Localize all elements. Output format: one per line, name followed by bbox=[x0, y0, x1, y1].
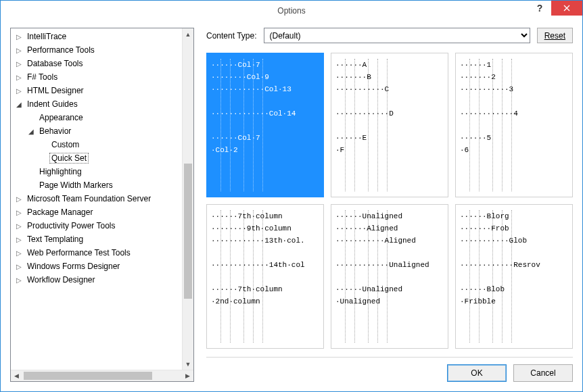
tree-item[interactable]: ◢Behavior bbox=[25, 124, 182, 138]
tree-item[interactable]: ▷Workflow Designer bbox=[13, 273, 182, 287]
tree-item[interactable]: ▷IntelliTrace bbox=[13, 30, 182, 43]
cancel-button[interactable]: Cancel bbox=[513, 364, 573, 382]
window-title: Options bbox=[1, 6, 582, 16]
tree-item-label: Database Tools bbox=[25, 58, 85, 69]
content-type-select[interactable]: (Default) bbox=[264, 28, 530, 43]
chevron-right-icon: ▷ bbox=[14, 59, 24, 68]
indent-guide bbox=[253, 210, 254, 343]
chevron-right-icon: ▷ bbox=[14, 72, 24, 82]
chevron-right-icon: ▷ bbox=[14, 194, 24, 203]
tree-item[interactable]: ▷F# Tools bbox=[13, 70, 182, 84]
tree-item[interactable]: Quick Set bbox=[37, 151, 182, 165]
tree-item-label: Performance Tools bbox=[25, 45, 97, 55]
chevron-right-icon bbox=[26, 113, 36, 122]
chevron-right-icon: ▷ bbox=[14, 45, 24, 55]
indent-guide bbox=[345, 210, 346, 343]
indent-guide bbox=[354, 59, 355, 191]
category-tree-panel: ▷IntelliTrace▷Performance Tools▷Database… bbox=[10, 28, 194, 382]
tree-item[interactable]: Custom bbox=[37, 138, 182, 151]
indent-guide bbox=[502, 210, 503, 343]
tree-item[interactable]: ▷Web Performance Test Tools bbox=[13, 246, 182, 260]
scroll-down-button[interactable]: ▼ bbox=[183, 358, 193, 370]
tree-item[interactable]: Page Width Markers bbox=[25, 178, 182, 192]
tree-item-label: Highlighting bbox=[37, 166, 84, 177]
titlebar: Options ? bbox=[1, 1, 582, 21]
reset-button[interactable]: Reset bbox=[537, 28, 573, 43]
chevron-right-icon: ▷ bbox=[14, 262, 24, 271]
tree-item-label: Text Templating bbox=[25, 234, 85, 245]
tree-item-label: Productivity Power Tools bbox=[25, 220, 118, 231]
indent-guide bbox=[377, 210, 378, 343]
chevron-right-icon bbox=[39, 140, 48, 149]
indent-guide bbox=[230, 59, 231, 191]
tree-item[interactable]: ▷Text Templating bbox=[13, 232, 182, 246]
chevron-right-icon: ▷ bbox=[14, 275, 24, 285]
indent-guide bbox=[243, 59, 244, 191]
preview-tile[interactable]: ······A ·······B ···········C ··········… bbox=[331, 53, 448, 197]
tree-item[interactable]: ◢Indent Guides bbox=[13, 97, 182, 111]
category-tree[interactable]: ▷IntelliTrace▷Performance Tools▷Database… bbox=[11, 28, 182, 370]
client-area: ▷IntelliTrace▷Performance Tools▷Database… bbox=[1, 21, 582, 391]
content-type-label: Content Type: bbox=[206, 31, 257, 41]
close-icon bbox=[563, 5, 570, 11]
chevron-right-icon bbox=[26, 167, 36, 176]
preview-grid: ······Col·7 ········Col·9 ············Co… bbox=[206, 53, 573, 349]
indent-guide bbox=[387, 59, 388, 191]
close-button[interactable] bbox=[551, 1, 582, 16]
tree-item-label: Appearance bbox=[37, 112, 85, 123]
tree-item[interactable]: ▷Database Tools bbox=[13, 57, 182, 70]
chevron-down-icon: ◢ bbox=[14, 99, 24, 109]
preview-tile[interactable]: ······Unaligned ·······Aligned ·········… bbox=[331, 204, 448, 349]
help-button[interactable]: ? bbox=[528, 1, 551, 16]
indent-guide bbox=[377, 59, 378, 191]
horizontal-scrollbar[interactable]: ◀ ▶ bbox=[11, 370, 193, 381]
indent-guide bbox=[492, 210, 493, 343]
scroll-up-button[interactable]: ▲ bbox=[183, 28, 193, 40]
chevron-right-icon: ▷ bbox=[14, 207, 24, 217]
preview-tile[interactable]: ······7th·column ········9th·column ····… bbox=[206, 204, 324, 349]
tree-item[interactable]: Appearance bbox=[25, 111, 182, 124]
tree-item-label: HTML Designer bbox=[25, 85, 86, 96]
tree-item-label: F# Tools bbox=[25, 72, 60, 82]
tree-item[interactable]: ▷Package Manager bbox=[13, 205, 182, 219]
scroll-left-button[interactable]: ◀ bbox=[11, 372, 22, 379]
ok-button[interactable]: OK bbox=[447, 364, 507, 382]
tree-item-label: Workflow Designer bbox=[25, 274, 97, 285]
indent-guide bbox=[220, 59, 221, 191]
tree-item[interactable]: ▷HTML Designer bbox=[13, 84, 182, 97]
options-dialog: Options ? ▷IntelliTrace▷Performance Tool… bbox=[0, 0, 583, 392]
indent-guide bbox=[479, 210, 480, 343]
preview-tile[interactable]: ······Col·7 ········Col·9 ············Co… bbox=[206, 53, 324, 197]
indent-guide bbox=[368, 59, 369, 191]
indent-guide bbox=[243, 210, 244, 343]
tree-item-label: Custom bbox=[49, 139, 81, 150]
indent-guide bbox=[230, 210, 231, 343]
scroll-thumb[interactable] bbox=[184, 164, 192, 299]
indent-guide bbox=[253, 59, 254, 191]
vertical-scrollbar[interactable]: ▲ ▼ bbox=[182, 28, 193, 370]
indent-guide bbox=[262, 210, 263, 343]
tree-item-label: Windows Forms Designer bbox=[25, 261, 122, 272]
tree-item[interactable]: ▷Windows Forms Designer bbox=[13, 260, 182, 273]
tree-item[interactable]: ▷Performance Tools bbox=[13, 43, 182, 57]
chevron-right-icon: ▷ bbox=[14, 235, 24, 244]
preview-tile[interactable]: ······Blorg ·······Frob ···········Glob … bbox=[455, 204, 573, 349]
tree-item[interactable]: Highlighting bbox=[25, 165, 182, 178]
tree-item[interactable]: ▷Productivity Power Tools bbox=[13, 219, 182, 232]
chevron-right-icon: ▷ bbox=[14, 248, 24, 258]
preview-tile[interactable]: ······1 ·······2 ···········3 ··········… bbox=[455, 53, 573, 197]
content-type-row: Content Type: (Default) Reset bbox=[206, 28, 573, 43]
hscroll-thumb[interactable] bbox=[24, 372, 152, 380]
indent-guide bbox=[492, 59, 493, 191]
tree-item[interactable]: ▷Microsoft Team Foundation Server bbox=[13, 192, 182, 205]
scroll-right-button[interactable]: ▶ bbox=[182, 372, 193, 379]
indent-guide bbox=[345, 59, 346, 191]
chevron-right-icon: ▷ bbox=[14, 32, 24, 41]
indent-guide bbox=[368, 210, 369, 343]
tree-item-label: Quick Set bbox=[49, 153, 89, 164]
divider bbox=[206, 357, 573, 358]
tree-item-label: Web Performance Test Tools bbox=[25, 247, 133, 258]
tree-item-label: Behavior bbox=[37, 126, 73, 137]
chevron-right-icon bbox=[26, 180, 36, 190]
indent-guide bbox=[469, 210, 470, 343]
